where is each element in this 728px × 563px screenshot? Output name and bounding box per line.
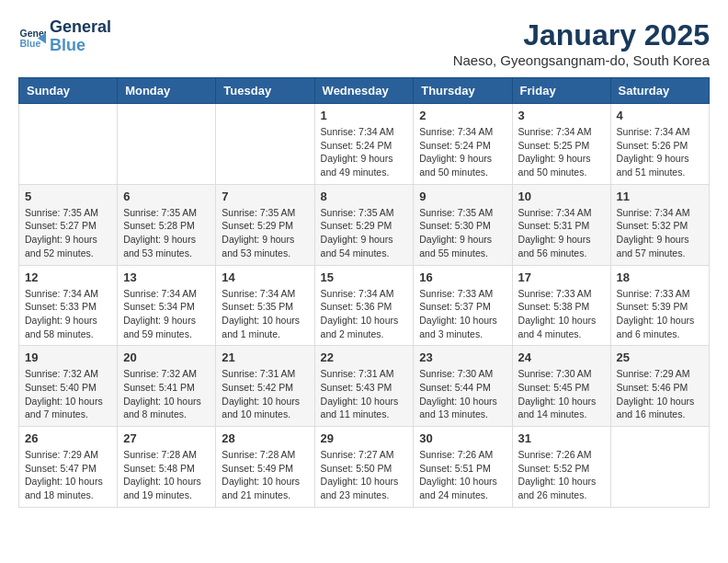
day-number: 20 <box>123 350 210 364</box>
day-number: 9 <box>419 190 506 203</box>
day-number: 4 <box>617 109 703 122</box>
day-header-monday: Monday <box>118 78 216 104</box>
day-content: Sunrise: 7:33 AM Sunset: 5:37 PM Dayligh… <box>419 287 506 341</box>
day-number: 6 <box>123 190 210 203</box>
calendar-week-row: 19Sunrise: 7:32 AM Sunset: 5:40 PM Dayli… <box>19 346 710 427</box>
day-content: Sunrise: 7:34 AM Sunset: 5:25 PM Dayligh… <box>518 125 605 179</box>
day-number: 10 <box>518 190 605 203</box>
day-number: 23 <box>419 350 506 364</box>
svg-text:Blue: Blue <box>20 37 41 48</box>
day-number: 17 <box>518 270 605 284</box>
calendar-cell: 6Sunrise: 7:35 AM Sunset: 5:28 PM Daylig… <box>118 184 216 265</box>
calendar-cell: 8Sunrise: 7:35 AM Sunset: 5:29 PM Daylig… <box>314 184 414 265</box>
day-number: 7 <box>222 190 308 203</box>
logo-icon: General Blue <box>18 23 46 51</box>
page-header: General Blue General Blue January 2025 N… <box>18 18 710 68</box>
day-number: 12 <box>25 270 111 284</box>
calendar-cell: 19Sunrise: 7:32 AM Sunset: 5:40 PM Dayli… <box>19 346 118 427</box>
calendar-cell: 21Sunrise: 7:31 AM Sunset: 5:42 PM Dayli… <box>216 346 314 427</box>
day-number: 11 <box>617 190 703 203</box>
calendar-cell: 7Sunrise: 7:35 AM Sunset: 5:29 PM Daylig… <box>216 184 314 265</box>
calendar-cell: 15Sunrise: 7:34 AM Sunset: 5:36 PM Dayli… <box>314 265 414 346</box>
calendar-cell: 22Sunrise: 7:31 AM Sunset: 5:43 PM Dayli… <box>314 346 414 427</box>
day-number: 8 <box>321 190 408 203</box>
title-block: January 2025 Naeso, Gyeongsangnam-do, So… <box>453 18 710 68</box>
calendar-cell: 18Sunrise: 7:33 AM Sunset: 5:39 PM Dayli… <box>610 265 709 346</box>
day-content: Sunrise: 7:34 AM Sunset: 5:31 PM Dayligh… <box>518 206 605 260</box>
day-number: 5 <box>25 190 111 203</box>
day-header-thursday: Thursday <box>414 78 512 104</box>
calendar-week-row: 26Sunrise: 7:29 AM Sunset: 5:47 PM Dayli… <box>19 427 710 508</box>
day-header-tuesday: Tuesday <box>216 78 314 104</box>
day-header-friday: Friday <box>512 78 610 104</box>
logo: General Blue General Blue <box>18 18 111 55</box>
day-content: Sunrise: 7:34 AM Sunset: 5:24 PM Dayligh… <box>419 125 506 179</box>
calendar-cell: 31Sunrise: 7:26 AM Sunset: 5:52 PM Dayli… <box>512 427 610 508</box>
calendar-cell: 28Sunrise: 7:28 AM Sunset: 5:49 PM Dayli… <box>216 427 314 508</box>
calendar-cell: 25Sunrise: 7:29 AM Sunset: 5:46 PM Dayli… <box>610 346 709 427</box>
day-content: Sunrise: 7:32 AM Sunset: 5:40 PM Dayligh… <box>25 367 111 421</box>
day-content: Sunrise: 7:26 AM Sunset: 5:51 PM Dayligh… <box>419 448 506 502</box>
location-subtitle: Naeso, Gyeongsangnam-do, South Korea <box>453 52 710 68</box>
day-content: Sunrise: 7:26 AM Sunset: 5:52 PM Dayligh… <box>518 448 605 502</box>
day-content: Sunrise: 7:34 AM Sunset: 5:32 PM Dayligh… <box>617 206 703 260</box>
day-number: 18 <box>617 270 703 284</box>
calendar-cell: 2Sunrise: 7:34 AM Sunset: 5:24 PM Daylig… <box>414 104 512 185</box>
day-content: Sunrise: 7:31 AM Sunset: 5:42 PM Dayligh… <box>222 367 308 421</box>
calendar-cell <box>118 104 216 185</box>
calendar-cell: 1Sunrise: 7:34 AM Sunset: 5:24 PM Daylig… <box>314 104 414 185</box>
day-content: Sunrise: 7:33 AM Sunset: 5:39 PM Dayligh… <box>617 287 703 341</box>
calendar-cell: 30Sunrise: 7:26 AM Sunset: 5:51 PM Dayli… <box>414 427 512 508</box>
day-content: Sunrise: 7:34 AM Sunset: 5:26 PM Dayligh… <box>617 125 703 179</box>
day-content: Sunrise: 7:35 AM Sunset: 5:28 PM Dayligh… <box>123 206 210 260</box>
day-content: Sunrise: 7:34 AM Sunset: 5:24 PM Dayligh… <box>321 125 408 179</box>
day-content: Sunrise: 7:32 AM Sunset: 5:41 PM Dayligh… <box>123 367 210 421</box>
day-content: Sunrise: 7:34 AM Sunset: 5:34 PM Dayligh… <box>123 287 210 341</box>
calendar-cell: 10Sunrise: 7:34 AM Sunset: 5:31 PM Dayli… <box>512 184 610 265</box>
day-number: 16 <box>419 270 506 284</box>
calendar-cell: 29Sunrise: 7:27 AM Sunset: 5:50 PM Dayli… <box>314 427 414 508</box>
day-content: Sunrise: 7:29 AM Sunset: 5:46 PM Dayligh… <box>617 367 703 421</box>
day-content: Sunrise: 7:29 AM Sunset: 5:47 PM Dayligh… <box>25 448 111 502</box>
day-header-saturday: Saturday <box>610 78 709 104</box>
calendar-cell: 13Sunrise: 7:34 AM Sunset: 5:34 PM Dayli… <box>118 265 216 346</box>
day-content: Sunrise: 7:34 AM Sunset: 5:35 PM Dayligh… <box>222 287 308 341</box>
day-number: 15 <box>321 270 408 284</box>
day-number: 13 <box>123 270 210 284</box>
day-number: 3 <box>518 109 605 122</box>
day-number: 21 <box>222 350 308 364</box>
calendar-cell: 11Sunrise: 7:34 AM Sunset: 5:32 PM Dayli… <box>610 184 709 265</box>
calendar-cell: 17Sunrise: 7:33 AM Sunset: 5:38 PM Dayli… <box>512 265 610 346</box>
day-number: 25 <box>617 350 703 364</box>
day-content: Sunrise: 7:34 AM Sunset: 5:36 PM Dayligh… <box>321 287 408 341</box>
day-number: 30 <box>419 431 506 445</box>
calendar-week-row: 12Sunrise: 7:34 AM Sunset: 5:33 PM Dayli… <box>19 265 710 346</box>
calendar-table: SundayMondayTuesdayWednesdayThursdayFrid… <box>18 77 710 508</box>
day-content: Sunrise: 7:27 AM Sunset: 5:50 PM Dayligh… <box>321 448 408 502</box>
day-number: 2 <box>419 109 506 122</box>
day-content: Sunrise: 7:35 AM Sunset: 5:29 PM Dayligh… <box>321 206 408 260</box>
calendar-week-row: 1Sunrise: 7:34 AM Sunset: 5:24 PM Daylig… <box>19 104 710 185</box>
calendar-header-row: SundayMondayTuesdayWednesdayThursdayFrid… <box>19 78 710 104</box>
calendar-cell <box>19 104 118 185</box>
day-number: 26 <box>25 431 111 445</box>
calendar-cell: 12Sunrise: 7:34 AM Sunset: 5:33 PM Dayli… <box>19 265 118 346</box>
calendar-cell <box>610 427 709 508</box>
day-content: Sunrise: 7:34 AM Sunset: 5:33 PM Dayligh… <box>25 287 111 341</box>
day-number: 19 <box>25 350 111 364</box>
day-header-sunday: Sunday <box>19 78 118 104</box>
calendar-cell: 16Sunrise: 7:33 AM Sunset: 5:37 PM Dayli… <box>414 265 512 346</box>
day-number: 24 <box>518 350 605 364</box>
day-number: 22 <box>321 350 408 364</box>
day-content: Sunrise: 7:28 AM Sunset: 5:49 PM Dayligh… <box>222 448 308 502</box>
day-number: 29 <box>321 431 408 445</box>
day-content: Sunrise: 7:30 AM Sunset: 5:44 PM Dayligh… <box>419 367 506 421</box>
calendar-cell: 26Sunrise: 7:29 AM Sunset: 5:47 PM Dayli… <box>19 427 118 508</box>
day-number: 31 <box>518 431 605 445</box>
calendar-cell: 9Sunrise: 7:35 AM Sunset: 5:30 PM Daylig… <box>414 184 512 265</box>
calendar-cell: 3Sunrise: 7:34 AM Sunset: 5:25 PM Daylig… <box>512 104 610 185</box>
day-number: 1 <box>321 109 408 122</box>
day-content: Sunrise: 7:31 AM Sunset: 5:43 PM Dayligh… <box>321 367 408 421</box>
day-content: Sunrise: 7:30 AM Sunset: 5:45 PM Dayligh… <box>518 367 605 421</box>
day-number: 27 <box>123 431 210 445</box>
